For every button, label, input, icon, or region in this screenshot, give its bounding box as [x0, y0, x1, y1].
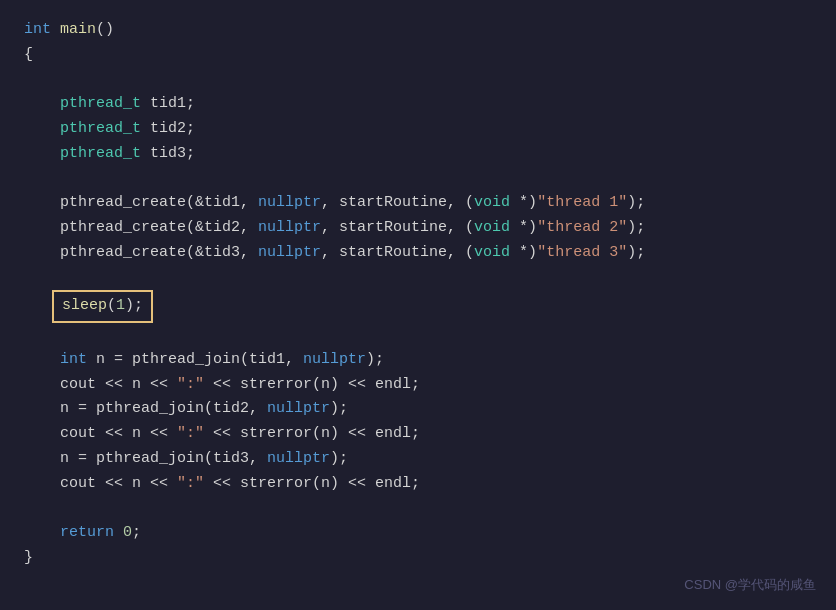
code-line: pthread_create(&tid1, nullptr, startRout…: [24, 191, 812, 216]
code-line: return 0;: [24, 521, 812, 546]
watermark: CSDN @学代码的咸鱼: [684, 575, 816, 596]
code-line: pthread_create(&tid3, nullptr, startRout…: [24, 241, 812, 266]
code-container: int main(){ pthread_t tid1; pthread_t ti…: [0, 0, 836, 589]
code-line: [24, 496, 812, 521]
code-line: cout << n << ":" << strerror(n) << endl;: [24, 373, 812, 398]
code-line: cout << n << ":" << strerror(n) << endl;: [24, 472, 812, 497]
code-line: sleep(1);: [24, 290, 812, 323]
code-line: pthread_t tid3;: [24, 142, 812, 167]
code-block: int main(){ pthread_t tid1; pthread_t ti…: [24, 18, 812, 571]
code-line: int n = pthread_join(tid1, nullptr);: [24, 348, 812, 373]
code-line: [24, 167, 812, 192]
code-line: pthread_t tid1;: [24, 92, 812, 117]
code-line: [24, 266, 812, 291]
code-line: pthread_create(&tid2, nullptr, startRout…: [24, 216, 812, 241]
code-line: pthread_t tid2;: [24, 117, 812, 142]
code-line: [24, 323, 812, 348]
code-line: cout << n << ":" << strerror(n) << endl;: [24, 422, 812, 447]
code-line: n = pthread_join(tid3, nullptr);: [24, 447, 812, 472]
code-line: n = pthread_join(tid2, nullptr);: [24, 397, 812, 422]
code-line: }: [24, 546, 812, 571]
highlighted-code: sleep(1);: [52, 290, 153, 323]
code-line: {: [24, 43, 812, 68]
code-line: [24, 68, 812, 93]
code-line: int main(): [24, 18, 812, 43]
